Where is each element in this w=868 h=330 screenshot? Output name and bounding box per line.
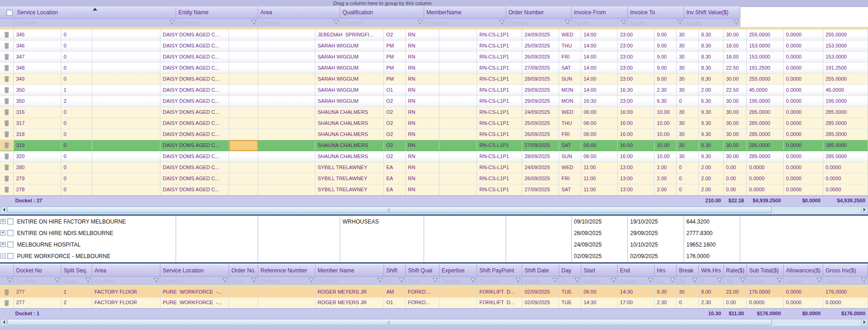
detail-row[interactable]: 3450DAISY DOMS AGED C...JEBEDIAH SPRINGF… [0, 29, 868, 41]
row-checkbox[interactable] [7, 230, 13, 236]
column-header-entity_name[interactable]: Entity Name [176, 6, 258, 18]
scroll-left-button[interactable] [0, 319, 7, 325]
master-row[interactable]: +ENTIRE ON HIRE NDIS MELBOURNE26/09/2025… [0, 228, 740, 240]
column-header-member_name[interactable]: MemberName [424, 6, 506, 18]
group-by-panel[interactable]: Drag a column here to group by this colu… [0, 0, 868, 7]
detail-row[interactable]: 2800DAISY DOMS AGED C...SYBILL TRELAWNEY… [0, 162, 868, 173]
delete-cell[interactable] [0, 85, 14, 96]
filter-cell-order_no[interactable]: Cont... [229, 277, 258, 285]
top-h-scrollbar[interactable] [0, 206, 868, 214]
column-header-day[interactable]: Day [559, 264, 581, 277]
column-header-qualification[interactable]: Qualification [340, 6, 424, 18]
delete-cell[interactable] [0, 140, 14, 151]
expand-icon[interactable]: + [0, 242, 6, 247]
filter-cell-service_location[interactable]: Contains: [15, 18, 176, 27]
delete-cell[interactable] [0, 29, 14, 41]
filter-cell-hrs[interactable]: Eq [655, 277, 677, 285]
column-header-sub_total[interactable]: Sub Total($) [747, 264, 784, 277]
column-header-reference_number[interactable]: Reference Number [258, 264, 315, 277]
collapse-icon[interactable]: - [0, 253, 6, 259]
filter-cell-inv_shift_value[interactable]: Equals: [684, 18, 740, 27]
filter-cell-allowances[interactable]: Equals: [784, 277, 823, 285]
detail-row[interactable]: 3470DAISY DOMS AGED C...SARAH WIGGUMPMRN… [0, 52, 868, 63]
delete-cell[interactable] [0, 184, 14, 195]
scroll-right-button[interactable] [861, 206, 868, 213]
master-row[interactable]: -PURE WORKFORCE - MELBOURNE02/09/202502/… [0, 251, 740, 263]
expand-icon[interactable]: + [0, 219, 6, 224]
delete-cell[interactable] [0, 74, 14, 85]
detail-row[interactable]: 3490DAISY DOMS AGED C...SARAH WIGGUMPMRN… [0, 74, 868, 85]
detail-row[interactable]: 2771FACTORY FLOORPURE WORKFORCE -...ROGE… [0, 287, 868, 298]
delete-cell[interactable] [0, 52, 14, 63]
column-header-service_location[interactable]: Service Location [160, 264, 229, 277]
filter-cell-area[interactable]: Contains: [258, 18, 340, 27]
column-header-shift_date[interactable]: Shift Date [522, 264, 559, 277]
column-header-allowances[interactable]: Allowances($) [784, 264, 823, 277]
delete-cell[interactable] [0, 287, 14, 298]
column-header-start[interactable]: Start [581, 264, 618, 277]
filter-cell-expertise[interactable]: Contains: [439, 277, 477, 285]
detail-row[interactable]: 2790DAISY DOMS AGED C...SYBILL TRELAWNEY… [0, 173, 868, 184]
detail-row[interactable]: 2780DAISY DOMS AGED C...SYBILL TRELAWNEY… [0, 184, 868, 195]
row-checkbox[interactable] [7, 242, 13, 248]
detail-row[interactable]: 3460DAISY DOMS AGED C...SARAH WIGGUMPMRN… [0, 41, 868, 52]
detail-row[interactable]: 3480DAISY DOMS AGED C...SARAH WIGGUMPMRN… [0, 63, 868, 74]
filter-cell-invoice_to[interactable]: Equals: [628, 18, 684, 27]
column-header-gross_inv[interactable]: Gross Inv($) [823, 264, 868, 277]
filter-cell-day[interactable]: Co [559, 277, 581, 285]
detail-row[interactable]: 3502DAISY DOMS AGED C...SARAH WIGGUMO2RN… [0, 96, 868, 107]
column-header-area[interactable]: Area [258, 6, 340, 18]
delete-cell[interactable] [0, 173, 14, 184]
scrollbar-thumb[interactable] [7, 319, 772, 325]
column-header-area[interactable]: Area [92, 264, 160, 277]
column-header-split_seq[interactable]: Split Seq. [61, 264, 92, 277]
filter-cell-invoice_from[interactable]: Equals: [572, 18, 628, 27]
column-header-shift[interactable]: Shift [384, 264, 406, 277]
delete-cell[interactable] [0, 151, 14, 162]
column-header-shift_paypoint[interactable]: Shift PayPoint [477, 264, 522, 277]
filter-cell-qualification[interactable]: Contains: [340, 18, 424, 27]
filter-cell-order_number[interactable]: Contains: [506, 18, 572, 27]
filter-cell-member_name[interactable]: Contains: [315, 277, 384, 285]
filter-cell-gross_inv[interactable]: Equals: [823, 277, 868, 285]
detail-row[interactable]: 3180DAISY DOMS AGED C...SHAUNA CHALMERSO… [0, 129, 868, 140]
detail-row[interactable]: 3160DAISY DOMS AGED C...SHAUNA CHALMERSO… [0, 107, 868, 118]
filter-cell-sub_total[interactable]: Equals: [747, 277, 784, 285]
detail-row[interactable]: 3200DAISY DOMS AGED C...SHAUNA CHALMERSO… [0, 151, 868, 162]
delete-cell[interactable] [0, 118, 14, 129]
delete-cell[interactable] [0, 107, 14, 118]
filter-cell-service_location[interactable]: Contains: [160, 277, 229, 285]
filter-cell-wrk_hrs[interactable]: E... [699, 277, 724, 285]
filter-cell-shift_paypoint[interactable]: Contains: [477, 277, 522, 285]
row-checkbox[interactable] [7, 218, 13, 224]
column-header-invoice_to[interactable]: Invoice To [628, 6, 684, 18]
filter-cell-member_name[interactable]: Contains: [424, 18, 506, 27]
column-header-order_number[interactable]: Order Number [506, 6, 572, 18]
column-header-docket_no[interactable]: Docket No [14, 264, 61, 277]
column-header-inv_shift_value[interactable]: Inv Shift Value($) [684, 6, 740, 18]
select-all-checkbox[interactable] [6, 10, 12, 16]
delete-cell[interactable] [0, 63, 14, 74]
filter-cell-reference_number[interactable]: Contains: [258, 277, 315, 285]
expand-icon[interactable]: + [0, 230, 6, 236]
column-header-member_name[interactable]: Member Name [315, 264, 384, 277]
column-header-wrk_hrs[interactable]: Wrk.Hrs [699, 264, 724, 277]
delete-cell[interactable] [0, 298, 14, 308]
filter-cell-entity_name[interactable]: Contains: [176, 18, 258, 27]
scroll-left-button[interactable] [0, 206, 7, 213]
column-header-expertise[interactable]: Expertise [439, 264, 477, 277]
column-header-hrs[interactable]: Hrs [655, 264, 677, 277]
delete-cell[interactable] [0, 96, 14, 107]
filter-cell-shift_date[interactable]: Equals: [522, 277, 559, 285]
detail-row[interactable]: 3501DAISY DOMS AGED C...SARAH WIGGUMO1RN… [0, 85, 868, 96]
column-header-rate[interactable]: Rate($) [724, 264, 747, 277]
filter-cell-rate[interactable]: Eq [724, 277, 747, 285]
delete-cell[interactable] [0, 162, 14, 173]
detail-row[interactable]: 2772FACTORY FLOORPURE WORKFORCE -...ROGE… [0, 298, 868, 308]
delete-cell[interactable] [0, 41, 14, 52]
column-header-icon[interactable] [0, 264, 14, 277]
master-row[interactable]: +MELBOURNE HOSPITAL24/09/202510/10/20251… [0, 239, 740, 251]
master-row[interactable]: +ENTIRE ON HIRE FACTORY MELBOURNEWRHOUSE… [0, 216, 740, 228]
filter-cell-icon[interactable] [0, 277, 14, 285]
column-header-break[interactable]: Break [677, 264, 699, 277]
